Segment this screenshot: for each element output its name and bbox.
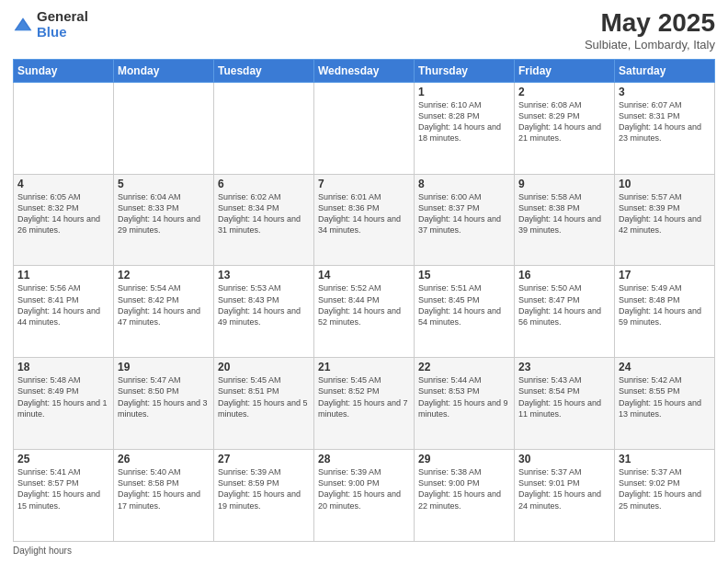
- day-number: 22: [418, 361, 510, 373]
- calendar-cell: [14, 82, 114, 174]
- calendar-cell: 23Sunrise: 5:43 AM Sunset: 8:54 PM Dayli…: [515, 358, 615, 450]
- day-number: 1: [418, 86, 510, 98]
- day-info: Sunrise: 5:51 AM Sunset: 8:45 PM Dayligh…: [418, 282, 510, 327]
- calendar-cell: 22Sunrise: 5:44 AM Sunset: 8:53 PM Dayli…: [415, 358, 515, 450]
- day-info: Sunrise: 6:02 AM Sunset: 8:34 PM Dayligh…: [218, 191, 310, 236]
- day-number: 20: [218, 361, 310, 373]
- calendar-week-row: 18Sunrise: 5:48 AM Sunset: 8:49 PM Dayli…: [14, 358, 715, 450]
- header: General Blue May 2025 Sulbiate, Lombardy…: [13, 9, 715, 52]
- calendar-cell: 4Sunrise: 6:05 AM Sunset: 8:32 PM Daylig…: [14, 174, 114, 266]
- calendar-cell: 31Sunrise: 5:37 AM Sunset: 9:02 PM Dayli…: [615, 450, 715, 542]
- footer-note: Daylight hours: [13, 546, 715, 556]
- calendar-cell: [114, 82, 214, 174]
- calendar-cell: 11Sunrise: 5:56 AM Sunset: 8:41 PM Dayli…: [14, 266, 114, 358]
- calendar-cell: 29Sunrise: 5:38 AM Sunset: 9:00 PM Dayli…: [415, 450, 515, 542]
- calendar-cell: 5Sunrise: 6:04 AM Sunset: 8:33 PM Daylig…: [114, 174, 214, 266]
- day-info: Sunrise: 5:40 AM Sunset: 8:58 PM Dayligh…: [118, 466, 210, 511]
- day-info: Sunrise: 5:37 AM Sunset: 9:01 PM Dayligh…: [518, 466, 610, 511]
- logo-text: General Blue: [37, 9, 88, 40]
- day-info: Sunrise: 5:54 AM Sunset: 8:42 PM Dayligh…: [118, 282, 210, 327]
- day-number: 29: [418, 453, 510, 465]
- calendar-cell: 17Sunrise: 5:49 AM Sunset: 8:48 PM Dayli…: [615, 266, 715, 358]
- month-title: May 2025: [585, 9, 715, 38]
- calendar-cell: 20Sunrise: 5:45 AM Sunset: 8:51 PM Dayli…: [214, 358, 314, 450]
- calendar-table: SundayMondayTuesdayWednesdayThursdayFrid…: [13, 59, 715, 542]
- weekday-header-tuesday: Tuesday: [214, 59, 314, 82]
- day-number: 6: [218, 178, 310, 190]
- weekday-header-wednesday: Wednesday: [314, 59, 415, 82]
- calendar-cell: 13Sunrise: 5:53 AM Sunset: 8:43 PM Dayli…: [214, 266, 314, 358]
- calendar-cell: 16Sunrise: 5:50 AM Sunset: 8:47 PM Dayli…: [515, 266, 615, 358]
- day-info: Sunrise: 5:45 AM Sunset: 8:52 PM Dayligh…: [318, 374, 410, 419]
- calendar-cell: [214, 82, 314, 174]
- day-info: Sunrise: 5:43 AM Sunset: 8:54 PM Dayligh…: [518, 374, 610, 419]
- day-number: 13: [218, 269, 310, 282]
- day-number: 15: [418, 269, 510, 282]
- day-info: Sunrise: 5:52 AM Sunset: 8:44 PM Dayligh…: [318, 282, 410, 327]
- day-info: Sunrise: 5:41 AM Sunset: 8:57 PM Dayligh…: [17, 466, 109, 511]
- day-info: Sunrise: 5:57 AM Sunset: 8:39 PM Dayligh…: [619, 191, 711, 236]
- day-number: 12: [118, 269, 210, 282]
- logo-icon: [13, 15, 33, 35]
- calendar-cell: 27Sunrise: 5:39 AM Sunset: 8:59 PM Dayli…: [214, 450, 314, 542]
- day-number: 11: [17, 269, 109, 282]
- page: General Blue May 2025 Sulbiate, Lombardy…: [0, 0, 728, 563]
- calendar-cell: [314, 82, 415, 174]
- day-number: 17: [619, 269, 711, 282]
- day-number: 4: [17, 178, 109, 190]
- calendar-cell: 12Sunrise: 5:54 AM Sunset: 8:42 PM Dayli…: [114, 266, 214, 358]
- day-info: Sunrise: 6:07 AM Sunset: 8:31 PM Dayligh…: [619, 99, 711, 144]
- calendar-week-row: 4Sunrise: 6:05 AM Sunset: 8:32 PM Daylig…: [14, 174, 715, 266]
- day-number: 30: [518, 453, 610, 465]
- day-info: Sunrise: 5:49 AM Sunset: 8:48 PM Dayligh…: [619, 282, 711, 327]
- calendar-cell: 15Sunrise: 5:51 AM Sunset: 8:45 PM Dayli…: [415, 266, 515, 358]
- day-number: 24: [619, 361, 711, 373]
- day-info: Sunrise: 5:48 AM Sunset: 8:49 PM Dayligh…: [17, 374, 109, 419]
- day-info: Sunrise: 5:39 AM Sunset: 8:59 PM Dayligh…: [218, 466, 310, 511]
- day-number: 16: [518, 269, 610, 282]
- weekday-header-saturday: Saturday: [615, 59, 715, 82]
- day-number: 21: [318, 361, 410, 373]
- day-number: 10: [619, 178, 711, 190]
- day-info: Sunrise: 5:42 AM Sunset: 8:55 PM Dayligh…: [619, 374, 711, 419]
- day-info: Sunrise: 5:39 AM Sunset: 9:00 PM Dayligh…: [318, 466, 410, 511]
- day-info: Sunrise: 5:44 AM Sunset: 8:53 PM Dayligh…: [418, 374, 510, 419]
- day-number: 2: [518, 86, 610, 98]
- calendar-cell: 2Sunrise: 6:08 AM Sunset: 8:29 PM Daylig…: [515, 82, 615, 174]
- day-number: 14: [318, 269, 410, 282]
- day-number: 9: [518, 178, 610, 190]
- day-number: 25: [17, 453, 109, 465]
- day-info: Sunrise: 6:00 AM Sunset: 8:37 PM Dayligh…: [418, 191, 510, 236]
- day-number: 18: [17, 361, 109, 373]
- calendar-week-row: 1Sunrise: 6:10 AM Sunset: 8:28 PM Daylig…: [14, 82, 715, 174]
- day-info: Sunrise: 5:38 AM Sunset: 9:00 PM Dayligh…: [418, 466, 510, 511]
- day-info: Sunrise: 5:58 AM Sunset: 8:38 PM Dayligh…: [518, 191, 610, 236]
- calendar-cell: 6Sunrise: 6:02 AM Sunset: 8:34 PM Daylig…: [214, 174, 314, 266]
- calendar-cell: 24Sunrise: 5:42 AM Sunset: 8:55 PM Dayli…: [615, 358, 715, 450]
- weekday-header-thursday: Thursday: [415, 59, 515, 82]
- calendar-cell: 18Sunrise: 5:48 AM Sunset: 8:49 PM Dayli…: [14, 358, 114, 450]
- calendar-cell: 30Sunrise: 5:37 AM Sunset: 9:01 PM Dayli…: [515, 450, 615, 542]
- title-block: May 2025 Sulbiate, Lombardy, Italy: [585, 9, 715, 52]
- logo-blue-text: Blue: [37, 25, 88, 40]
- day-info: Sunrise: 5:45 AM Sunset: 8:51 PM Dayligh…: [218, 374, 310, 419]
- day-info: Sunrise: 6:08 AM Sunset: 8:29 PM Dayligh…: [518, 99, 610, 144]
- calendar-cell: 14Sunrise: 5:52 AM Sunset: 8:44 PM Dayli…: [314, 266, 415, 358]
- day-number: 19: [118, 361, 210, 373]
- day-number: 23: [518, 361, 610, 373]
- calendar-cell: 9Sunrise: 5:58 AM Sunset: 8:38 PM Daylig…: [515, 174, 615, 266]
- weekday-header-row: SundayMondayTuesdayWednesdayThursdayFrid…: [14, 59, 715, 82]
- logo-general-text: General: [37, 9, 88, 25]
- day-info: Sunrise: 6:04 AM Sunset: 8:33 PM Dayligh…: [118, 191, 210, 236]
- day-number: 27: [218, 453, 310, 465]
- day-info: Sunrise: 5:56 AM Sunset: 8:41 PM Dayligh…: [17, 282, 109, 327]
- day-number: 28: [318, 453, 410, 465]
- day-number: 7: [318, 178, 410, 190]
- calendar-cell: 28Sunrise: 5:39 AM Sunset: 9:00 PM Dayli…: [314, 450, 415, 542]
- day-number: 8: [418, 178, 510, 190]
- calendar-cell: 10Sunrise: 5:57 AM Sunset: 8:39 PM Dayli…: [615, 174, 715, 266]
- calendar-week-row: 25Sunrise: 5:41 AM Sunset: 8:57 PM Dayli…: [14, 450, 715, 542]
- day-info: Sunrise: 5:53 AM Sunset: 8:43 PM Dayligh…: [218, 282, 310, 327]
- weekday-header-friday: Friday: [515, 59, 615, 82]
- day-info: Sunrise: 5:47 AM Sunset: 8:50 PM Dayligh…: [118, 374, 210, 419]
